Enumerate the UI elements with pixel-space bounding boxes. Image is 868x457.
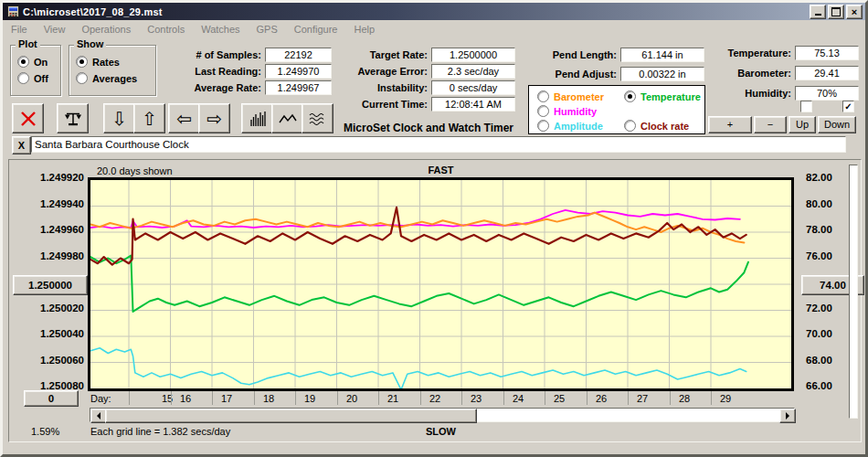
series-radio-temperature[interactable]: Temperature bbox=[624, 90, 701, 102]
menu-bar: FileViewOperationsControlsWatchesGPSConf… bbox=[3, 20, 865, 38]
shift-down-button[interactable]: ⇩ bbox=[103, 103, 135, 133]
show-groupbox: Show RatesAverages bbox=[69, 45, 156, 96]
field-row: Humidity:70% bbox=[697, 86, 859, 101]
right-axis-tick-78.00: 78.00 bbox=[806, 224, 832, 235]
adjust-button-up[interactable]: Up bbox=[789, 116, 816, 133]
red-x-icon bbox=[19, 110, 37, 128]
menu-item-controls[interactable]: Controls bbox=[139, 22, 193, 37]
vertical-scroll-strip[interactable] bbox=[849, 165, 858, 419]
delete-button[interactable] bbox=[12, 103, 44, 133]
menu-item-file[interactable]: File bbox=[3, 22, 36, 37]
scroll-left-button[interactable]: ⇦ bbox=[168, 103, 200, 133]
checkbox-left[interactable] bbox=[800, 101, 812, 112]
adjust-button-plus[interactable]: + bbox=[708, 116, 752, 133]
field-row: Barometer:29.41 bbox=[697, 66, 859, 80]
zero-button[interactable]: 0 bbox=[24, 390, 79, 407]
day-axis-label: Day: bbox=[90, 393, 111, 404]
right-axis-tick-72.00: 72.00 bbox=[806, 303, 832, 314]
field-row: Current Time:12:08:41 AM bbox=[345, 97, 515, 112]
menu-item-watches[interactable]: Watches bbox=[193, 22, 248, 37]
comment-input[interactable] bbox=[31, 136, 846, 153]
field-value: 0.00322 in bbox=[620, 67, 704, 81]
menu-item-operations[interactable]: Operations bbox=[73, 22, 139, 37]
field-row: Temperature:75.13 bbox=[697, 46, 859, 60]
app-caption: MicroSet Clock and Watch Timer bbox=[344, 122, 513, 134]
radio-label: On bbox=[34, 57, 48, 68]
day-label-28: 28 bbox=[679, 393, 690, 404]
field-row: Average Rate:1.249967 bbox=[167, 80, 332, 95]
check-icon: ✓ bbox=[844, 101, 852, 112]
show-radio-averages[interactable]: Averages bbox=[76, 72, 137, 84]
balance-scale-icon bbox=[64, 111, 82, 127]
maximize-button[interactable] bbox=[828, 5, 844, 19]
menu-item-configure[interactable]: Configure bbox=[286, 22, 346, 37]
adjust-button-down[interactable]: Down bbox=[818, 116, 856, 133]
series-radio-humidity[interactable]: Humidity bbox=[537, 105, 597, 117]
left-axis-tick-1.249980: 1.249980 bbox=[11, 250, 84, 261]
menu-item-help[interactable]: Help bbox=[346, 22, 384, 37]
close-button[interactable]: × bbox=[846, 5, 863, 19]
scrollbar-thumb[interactable] bbox=[105, 409, 477, 423]
field-value: 29.41 bbox=[795, 66, 859, 80]
left-axis-tick-1.250060: 1.250060 bbox=[11, 355, 84, 366]
field-row: Average Error:2.3 sec/day bbox=[345, 64, 515, 79]
day-tick bbox=[503, 391, 504, 405]
day-tick bbox=[420, 391, 421, 405]
day-tick bbox=[171, 391, 172, 405]
radio-label: Off bbox=[34, 73, 48, 84]
menu-item-gps[interactable]: GPS bbox=[249, 22, 286, 37]
right-axis-tick-82.00: 82.00 bbox=[806, 172, 832, 183]
plot-groupbox: Plot OnOff bbox=[10, 45, 61, 96]
maximize-icon bbox=[831, 7, 841, 16]
plot-radio-off[interactable]: Off bbox=[17, 72, 48, 84]
slow-label: SLOW bbox=[88, 426, 794, 437]
series-radio-label: Amplitude bbox=[554, 121, 603, 132]
menu-item-view[interactable]: View bbox=[36, 22, 74, 37]
pendulum-field-group: Pend Length:61.144 inPend Adjust:0.00322… bbox=[545, 48, 704, 86]
up-arrow-icon: ⇧ bbox=[142, 110, 157, 128]
rate-reference-button[interactable]: 1.250000 bbox=[13, 275, 88, 295]
right-axis-tick-76.00: 76.00 bbox=[806, 250, 832, 261]
right-triangle-icon bbox=[786, 412, 789, 420]
day-tick bbox=[587, 391, 587, 405]
minimize-button[interactable] bbox=[810, 5, 826, 19]
wave-view-button[interactable] bbox=[302, 103, 333, 133]
field-value: 12:08:41 AM bbox=[431, 97, 515, 112]
scrollbar-right-arrow[interactable] bbox=[779, 409, 796, 423]
field-value: 75.13 bbox=[795, 46, 859, 60]
left-axis-tick-1.250020: 1.250020 bbox=[11, 303, 84, 314]
comment-close-button[interactable]: X bbox=[12, 136, 31, 154]
adjust-button-minus[interactable]: − bbox=[754, 116, 787, 133]
field-label: Temperature: bbox=[697, 48, 791, 58]
checkbox-right[interactable]: ✓ bbox=[842, 101, 854, 112]
down-arrow-icon: ⇩ bbox=[111, 110, 127, 128]
checkbox-left-box bbox=[800, 101, 812, 112]
series-radio-barometer[interactable]: Barometer bbox=[537, 90, 604, 102]
plot-radio-on[interactable]: On bbox=[17, 56, 48, 68]
chart-panel: 20.0 days shown FAST 1.2499201.2499401.2… bbox=[8, 159, 862, 442]
day-label-24: 24 bbox=[513, 393, 524, 404]
radio-icon bbox=[624, 120, 636, 132]
right-axis-tick-66.00: 66.00 bbox=[806, 380, 832, 391]
field-value: 1.249970 bbox=[265, 64, 332, 79]
right-axis-tick-70.00: 70.00 bbox=[806, 328, 832, 339]
samples-field-group: # of Samples:22192Last Reading:1.249970A… bbox=[167, 48, 332, 97]
histogram-view-button[interactable] bbox=[241, 103, 273, 133]
series-radio-amplitude[interactable]: Amplitude bbox=[537, 120, 603, 132]
scroll-right-button[interactable]: ⇨ bbox=[198, 103, 230, 133]
series-radio-clock-rate[interactable]: Clock rate bbox=[624, 120, 689, 132]
plot-group-title: Plot bbox=[16, 38, 40, 49]
radio-icon bbox=[76, 56, 88, 68]
day-label-22: 22 bbox=[429, 393, 440, 404]
shift-up-button[interactable]: ⇧ bbox=[133, 103, 165, 133]
left-axis-tick-1.249920: 1.249920 bbox=[11, 172, 84, 183]
window-title: C:\microset\2017_08_29.mst bbox=[23, 6, 163, 17]
day-axis-strip: Day: 151617181920212223242526272829 bbox=[88, 391, 794, 405]
show-radio-rates[interactable]: Rates bbox=[76, 56, 120, 68]
day-label-29: 29 bbox=[720, 393, 731, 404]
radio-icon bbox=[76, 72, 88, 84]
field-row: # of Samples:22192 bbox=[167, 48, 332, 62]
radio-label: Rates bbox=[92, 57, 120, 68]
balance-button[interactable] bbox=[57, 103, 89, 133]
line-view-button[interactable] bbox=[271, 103, 303, 133]
